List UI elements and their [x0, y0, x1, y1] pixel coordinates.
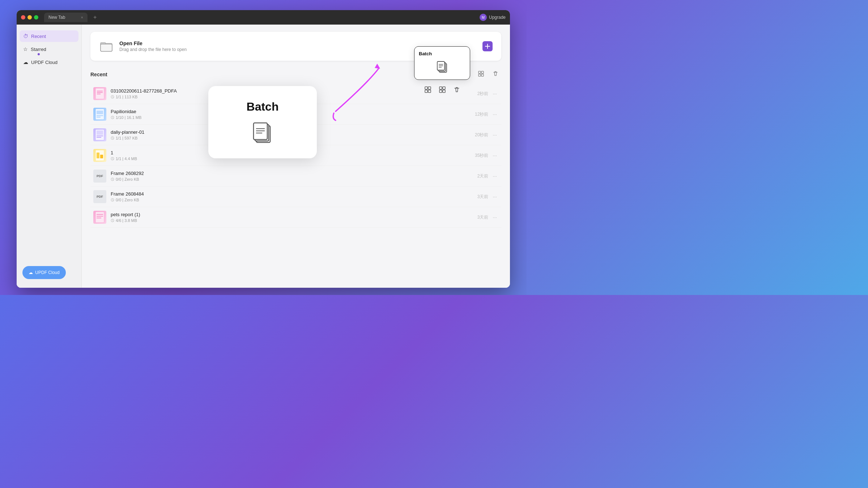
svg-rect-2: [101, 44, 112, 51]
svg-rect-8: [481, 71, 484, 73]
tab-close-icon[interactable]: ×: [81, 15, 83, 20]
main-content: Open File Drag and drop the file here to…: [82, 25, 510, 288]
svg-rect-55: [439, 90, 442, 93]
svg-rect-54: [443, 87, 445, 89]
file-time: 2天前: [477, 173, 489, 179]
sidebar-item-updf-cloud[interactable]: ☁ UPDF Cloud: [20, 56, 78, 68]
window-controls: [21, 15, 38, 20]
batch-stack-icon: [250, 119, 275, 145]
svg-rect-52: [428, 90, 431, 93]
svg-rect-50: [428, 87, 431, 89]
file-time: 20秒前: [475, 132, 488, 138]
file-thumbnail: PDF: [93, 170, 106, 183]
file-info: Frame 2608292 0/0 | Zero KB: [111, 171, 477, 181]
file-time: 3天前: [477, 194, 489, 200]
sidebar-bottom: ☁ UPDF Cloud: [20, 263, 78, 282]
file-item[interactable]: PDF Frame 2608484 0/0 | Zero KB 3天前 ···: [90, 187, 501, 207]
file-more-button[interactable]: ···: [491, 132, 498, 138]
cloud-upgrade-button[interactable]: ☁ UPDF Cloud: [22, 266, 66, 279]
file-item[interactable]: PDF Frame 2608292 0/0 | Zero KB 2天前 ···: [90, 166, 501, 187]
sidebar-active-indicator: [38, 53, 40, 55]
file-more-button[interactable]: ···: [491, 173, 498, 179]
svg-rect-17: [97, 111, 103, 114]
svg-rect-22: [97, 130, 103, 135]
panel-delete-button[interactable]: [452, 85, 462, 95]
svg-rect-51: [425, 90, 427, 93]
file-item[interactable]: pets report (1) 4/6 | 3.8 MB 3天前 ···: [90, 207, 501, 228]
file-name: Frame 2608292: [111, 171, 477, 176]
user-avatar: M: [480, 14, 487, 21]
upgrade-button[interactable]: M Upgrade: [480, 14, 506, 21]
file-time: 2秒前: [477, 91, 489, 97]
file-name: Frame 2608484: [111, 191, 477, 197]
svg-rect-11: [95, 88, 104, 99]
tab-bar: New Tab × + M Upgrade: [17, 10, 510, 25]
sidebar-item-recent[interactable]: ⏱ Recent: [20, 30, 78, 42]
sidebar: ⏱ Recent ☆ Starred ☁ UPDF Cloud ☁ UPDF C…: [17, 25, 82, 288]
file-info: pets report (1) 4/6 | 3.8 MB: [111, 212, 477, 223]
svg-rect-53: [439, 87, 442, 89]
cloud-btn-icon: ☁: [29, 270, 33, 275]
batch-panel: Batch: [414, 46, 470, 80]
file-more-button[interactable]: ···: [491, 153, 498, 158]
file-more-button[interactable]: ···: [491, 214, 498, 220]
svg-rect-56: [443, 90, 445, 93]
file-more-button[interactable]: ···: [491, 91, 498, 97]
sidebar-item-recent-label: Recent: [31, 34, 46, 39]
open-file-title: Open File: [119, 40, 187, 46]
app-layout: ⏱ Recent ☆ Starred ☁ UPDF Cloud ☁ UPDF C…: [17, 25, 510, 288]
file-time: 3天前: [477, 214, 489, 221]
file-more-button[interactable]: ···: [491, 111, 498, 117]
file-thumbnail: [93, 108, 106, 121]
panel-grid-button-1[interactable]: [423, 85, 433, 95]
starred-icon: ☆: [23, 46, 28, 52]
sidebar-item-starred-label: Starred: [31, 47, 46, 52]
delete-button[interactable]: [490, 69, 501, 79]
file-time: 12秒前: [475, 111, 488, 117]
new-tab-button[interactable]: +: [90, 13, 99, 22]
open-file-button[interactable]: [482, 41, 493, 51]
batch-panel-stack-icon: [435, 59, 450, 74]
batch-center-modal: Batch: [208, 86, 317, 158]
batch-center-title: Batch: [247, 100, 279, 114]
file-meta: 4/6 | 3.8 MB: [111, 218, 477, 223]
maximize-button[interactable]: [34, 15, 38, 20]
file-thumbnail: [93, 128, 106, 141]
sidebar-item-starred[interactable]: ☆ Starred: [20, 43, 78, 55]
sidebar-item-cloud-label: UPDF Cloud: [31, 60, 58, 65]
svg-rect-7: [478, 71, 481, 73]
svg-rect-28: [100, 155, 103, 158]
file-meta: 0/0 | Zero KB: [111, 198, 477, 202]
close-button[interactable]: [21, 15, 25, 20]
open-file-text: Open File Drag and drop the file here to…: [119, 40, 187, 52]
file-time: 35秒前: [475, 153, 488, 159]
file-thumbnail: [93, 149, 106, 162]
file-thumbnail: [93, 87, 106, 100]
open-file-folder-icon: [99, 39, 114, 53]
file-thumbnail: [93, 211, 106, 224]
batch-panel-title: Batch: [419, 51, 465, 56]
svg-rect-9: [478, 74, 481, 76]
cloud-icon: ☁: [23, 59, 28, 65]
cloud-btn-label: UPDF Cloud: [35, 270, 59, 275]
file-name: pets report (1): [111, 212, 477, 217]
file-thumbnail: PDF: [93, 190, 106, 203]
tab-label: New Tab: [48, 15, 65, 20]
minimize-button[interactable]: [27, 15, 32, 20]
panel-grid-button-2[interactable]: [437, 85, 447, 95]
upgrade-label: Upgrade: [489, 15, 506, 20]
section-title: Recent: [90, 72, 107, 77]
svg-rect-32: [95, 212, 104, 223]
svg-rect-27: [97, 153, 99, 158]
svg-rect-49: [425, 87, 427, 89]
browser-window: New Tab × + M Upgrade ⏱ Recent ☆ Starred…: [17, 10, 510, 288]
tab-new-tab[interactable]: New Tab ×: [44, 13, 88, 22]
grid-view-button-2[interactable]: [475, 69, 487, 79]
file-meta: 0/0 | Zero KB: [111, 177, 477, 181]
open-file-subtitle: Drag and drop the file here to open: [119, 47, 187, 52]
recent-icon: ⏱: [23, 33, 28, 39]
batch-panel-controls: [414, 85, 470, 95]
file-more-button[interactable]: ···: [491, 194, 498, 200]
file-info: Frame 2608484 0/0 | Zero KB: [111, 191, 477, 202]
svg-rect-10: [481, 74, 484, 76]
